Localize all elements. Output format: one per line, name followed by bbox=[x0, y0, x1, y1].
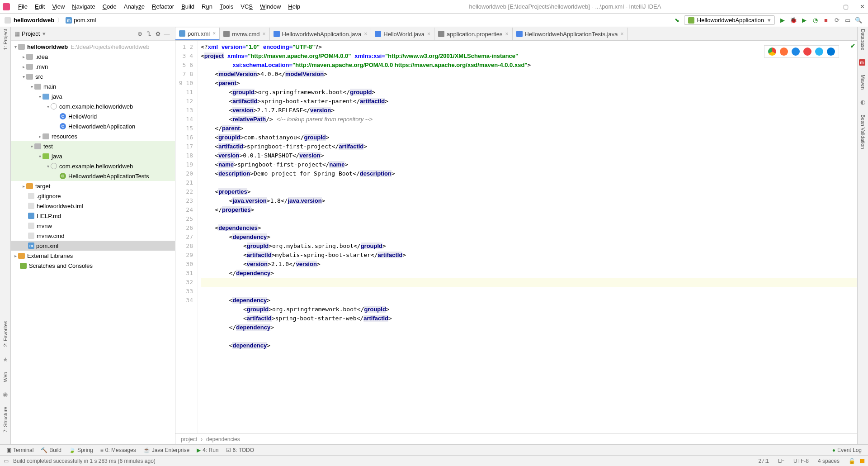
menu-vcs[interactable]: VCS bbox=[237, 3, 256, 10]
stop-icon[interactable]: ■ bbox=[821, 15, 831, 25]
tab-close-icon[interactable]: × bbox=[212, 30, 216, 37]
window-controls: — ▢ ✕ bbox=[826, 3, 865, 10]
code-editor[interactable]: 1 2 3 4 5 6 7 8 9 10 11 12 13 14 15 16 1… bbox=[175, 41, 857, 433]
project-panel: ▦ Project ▾ ⊕ ⇅ ✿ — ▾helloworldwebE:\Ide… bbox=[11, 27, 175, 444]
globe-icon: ◉ bbox=[3, 391, 8, 398]
update-icon[interactable]: ⟳ bbox=[832, 15, 842, 25]
coverage-icon[interactable]: ▶ bbox=[799, 15, 809, 25]
gear-icon[interactable]: ✿ bbox=[153, 30, 162, 37]
left-tool-rail: 1: Project 2: Favorites ★ Web ◉ 7: Struc… bbox=[0, 27, 11, 444]
project-panel-title: Project bbox=[22, 30, 40, 37]
tab-close-icon[interactable]: × bbox=[263, 31, 266, 37]
menu-view[interactable]: View bbox=[48, 3, 68, 10]
rail-bean-validation[interactable]: Bean Validation bbox=[860, 114, 866, 149]
menu-tools[interactable]: Tools bbox=[216, 3, 237, 10]
profile-icon[interactable]: ◔ bbox=[810, 15, 820, 25]
locate-icon[interactable]: ⊕ bbox=[135, 30, 144, 37]
menu-help[interactable]: Help bbox=[284, 3, 304, 10]
tab-close-icon[interactable]: × bbox=[505, 31, 509, 37]
tab-close-icon[interactable]: × bbox=[621, 31, 624, 37]
rail-structure[interactable]: 7: Structure bbox=[3, 407, 8, 433]
encoding[interactable]: UTF-8 bbox=[789, 458, 813, 464]
app-icon bbox=[3, 3, 10, 10]
breadcrumb-file[interactable]: mpom.xml bbox=[66, 17, 96, 24]
messages-tool[interactable]: ≡ 0: Messages bbox=[97, 447, 140, 453]
tab-close-icon[interactable]: × bbox=[364, 31, 367, 37]
indent[interactable]: 4 spaces bbox=[813, 458, 844, 464]
rail-favorites[interactable]: 2: Favorites bbox=[3, 321, 8, 347]
rail-maven[interactable]: Maven bbox=[860, 75, 866, 90]
toolbar: helloworldweb 〉 mpom.xml ⬊ Helloworldweb… bbox=[0, 14, 868, 27]
code-content[interactable]: <?xml version="1.0" encoding="UTF-8"?> <… bbox=[198, 41, 857, 433]
project-view-selector[interactable]: ▾ bbox=[42, 30, 46, 37]
window-title: helloworldweb [E:\IdeaProjects\helloworl… bbox=[304, 3, 826, 10]
line-separator[interactable]: LF bbox=[774, 458, 789, 464]
chrome-icon[interactable] bbox=[768, 48, 776, 56]
debug-icon[interactable]: 🐞 bbox=[788, 15, 798, 25]
breadcrumb-sep: 〉 bbox=[57, 16, 63, 24]
menu-code[interactable]: Code bbox=[99, 3, 120, 10]
cursor-position[interactable]: 27:1 bbox=[754, 458, 774, 464]
menu-analyze[interactable]: Analyze bbox=[120, 3, 148, 10]
crumb-dependencies[interactable]: dependencies bbox=[206, 436, 240, 442]
spring-leaf-icon bbox=[688, 17, 694, 24]
editor-area: pom.xml×mvnw.cmd×HelloworldwebApplicatio… bbox=[175, 27, 857, 444]
build-icon[interactable]: ⬊ bbox=[672, 15, 682, 25]
project-panel-header: ▦ Project ▾ ⊕ ⇅ ✿ — bbox=[11, 27, 175, 41]
bean-icon: ◐ bbox=[860, 99, 865, 105]
close-button[interactable]: ✕ bbox=[859, 3, 865, 10]
breadcrumb-project[interactable]: helloworldweb bbox=[5, 17, 54, 24]
editor-breadcrumb: project › dependencies bbox=[175, 433, 857, 444]
minimize-button[interactable]: — bbox=[826, 3, 833, 10]
editor-tab[interactable]: HelloworldwebApplication.java× bbox=[270, 28, 372, 40]
safari-icon[interactable] bbox=[792, 48, 800, 56]
run-icon[interactable]: ▶ bbox=[778, 15, 788, 25]
editor-tab[interactable]: application.properties× bbox=[434, 28, 513, 40]
editor-tab[interactable]: HelloWorld.java× bbox=[371, 28, 434, 40]
inspection-ok-icon: ✔ bbox=[850, 43, 855, 49]
terminal-tool[interactable]: ▣ Terminal bbox=[3, 447, 37, 453]
search-icon[interactable]: 🔍 bbox=[854, 15, 863, 25]
run-config-selector[interactable]: HelloworldwebApplication ▾ bbox=[684, 15, 775, 25]
build-tool[interactable]: 🔨 Build bbox=[37, 447, 65, 453]
hide-icon[interactable]: — bbox=[162, 30, 171, 37]
bottom-tool-bar: ▣ Terminal 🔨 Build 🍃 Spring ≡ 0: Message… bbox=[0, 444, 868, 455]
menu-build[interactable]: Build bbox=[178, 3, 198, 10]
opera-icon[interactable] bbox=[803, 48, 811, 56]
run-tool[interactable]: ▶ 4: Run bbox=[193, 447, 222, 453]
rail-database[interactable]: Database bbox=[860, 29, 866, 50]
menu-file[interactable]: File bbox=[14, 3, 31, 10]
menu-edit[interactable]: Edit bbox=[31, 3, 48, 10]
edge-icon[interactable] bbox=[827, 48, 835, 56]
notify-icon[interactable]: ▭ bbox=[4, 458, 9, 464]
maximize-button[interactable]: ▢ bbox=[843, 3, 849, 10]
menu-run[interactable]: Run bbox=[198, 3, 216, 10]
menubar: File Edit View Navigate Code Analyze Ref… bbox=[0, 0, 868, 14]
todo-tool[interactable]: ☑ 6: TODO bbox=[222, 447, 258, 453]
menu-navigate[interactable]: Navigate bbox=[68, 3, 99, 10]
status-bar: ▭ Build completed successfully in 1 s 28… bbox=[0, 455, 868, 466]
javaee-tool[interactable]: ☕ Java Enterprise bbox=[140, 447, 193, 453]
crumb-project[interactable]: project bbox=[181, 436, 197, 442]
rail-project[interactable]: 1: Project bbox=[3, 29, 8, 50]
expand-icon[interactable]: ⇅ bbox=[144, 30, 153, 37]
tab-close-icon[interactable]: × bbox=[427, 31, 430, 37]
event-log-tool[interactable]: ● Event Log bbox=[829, 447, 865, 453]
editor-tab[interactable]: mvnw.cmd× bbox=[220, 28, 269, 40]
editor-tab[interactable]: HelloworldwebApplicationTests.java× bbox=[513, 28, 628, 40]
ie-icon[interactable] bbox=[815, 48, 823, 56]
firefox-icon[interactable] bbox=[780, 48, 788, 56]
project-tree[interactable]: ▾helloworldwebE:\IdeaProjects\helloworld… bbox=[11, 41, 175, 444]
menu-window[interactable]: Window bbox=[256, 3, 284, 10]
editor-tab[interactable]: pom.xml× bbox=[175, 28, 220, 40]
lock-icon[interactable]: 🔓 bbox=[844, 458, 860, 464]
layout-icon[interactable]: ▭ bbox=[843, 15, 853, 25]
browser-preview-bar bbox=[764, 45, 839, 58]
right-tool-rail: Database m Maven ◐ Bean Validation bbox=[857, 27, 868, 444]
rail-web[interactable]: Web bbox=[3, 372, 8, 382]
inspection-icon[interactable] bbox=[860, 459, 864, 463]
spring-tool[interactable]: 🍃 Spring bbox=[65, 447, 97, 453]
line-gutter: 1 2 3 4 5 6 7 8 9 10 11 12 13 14 15 16 1… bbox=[175, 41, 198, 433]
menu-refactor[interactable]: Refactor bbox=[148, 3, 178, 10]
maven-icon: m bbox=[859, 59, 865, 66]
